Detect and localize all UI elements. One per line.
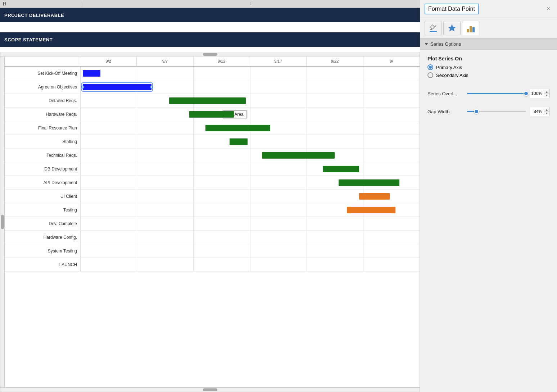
section-header: Series Options <box>420 38 557 50</box>
series-overlap-track[interactable] <box>467 93 526 94</box>
bar-cell[interactable] <box>80 231 420 244</box>
bar-cell[interactable] <box>80 244 420 257</box>
top-scroll-handle[interactable] <box>0 52 420 56</box>
gantt-bar-green[interactable] <box>230 138 247 145</box>
plot-series-group: Plot Series On Primary Axis Secondary Ax… <box>427 56 550 80</box>
gantt-bar-green[interactable] <box>323 166 359 172</box>
grid-line <box>80 121 81 135</box>
gantt-bar-green[interactable] <box>205 125 270 131</box>
bar-cell[interactable] <box>80 258 420 271</box>
tab-fill[interactable] <box>425 21 442 35</box>
bar-cell[interactable] <box>80 121 420 135</box>
grid-line <box>307 176 307 189</box>
grid-line <box>193 217 194 230</box>
bar-cell[interactable] <box>80 149 420 162</box>
gantt-bar-green[interactable] <box>189 111 234 118</box>
grid-line <box>307 80 307 94</box>
bar-cell[interactable] <box>80 203 420 216</box>
left-scroll-thumb[interactable] <box>1 215 4 229</box>
gap-width-decrement[interactable]: ▼ <box>544 112 549 115</box>
secondary-axis-radio[interactable] <box>427 72 433 78</box>
gantt-bar-green[interactable] <box>339 179 399 186</box>
gap-width-thumb[interactable] <box>474 109 479 114</box>
grid-line <box>250 231 250 244</box>
gantt-bar-blue[interactable] <box>83 84 151 90</box>
bar-cell[interactable] <box>80 176 420 189</box>
date-tick: 9/7 <box>137 56 193 66</box>
bar-cell[interactable] <box>80 80 420 94</box>
primary-axis-option[interactable]: Primary Axis <box>427 64 550 70</box>
empty-row-2 <box>0 47 420 52</box>
gantt-bar-green[interactable] <box>262 152 335 159</box>
bar-handle-right[interactable] <box>150 86 153 88</box>
gantt-bar-orange[interactable] <box>359 193 390 200</box>
bottom-scroll-thumb[interactable] <box>203 388 217 391</box>
grid-line <box>80 244 81 257</box>
grid-line <box>363 67 363 80</box>
gantt-bar-green[interactable] <box>169 97 246 104</box>
grid-line <box>363 244 363 257</box>
gantt-row[interactable]: System Testing <box>5 244 420 258</box>
grid-line <box>193 135 194 148</box>
collapse-icon[interactable] <box>425 43 428 45</box>
grid-line <box>137 162 137 176</box>
bar-cell[interactable] <box>80 67 420 80</box>
panel-title: Format Data Point <box>425 4 479 14</box>
gantt-row[interactable]: Hardware Reqs.Plot Area <box>5 108 420 121</box>
primary-axis-radio[interactable] <box>427 64 433 70</box>
gantt-bar-orange[interactable] <box>347 207 395 213</box>
bar-cell[interactable] <box>80 190 420 203</box>
gantt-row[interactable]: Hardware Config. <box>5 231 420 244</box>
gantt-row[interactable]: Technical Reqs. <box>5 149 420 162</box>
bar-cell[interactable] <box>80 162 420 176</box>
gantt-row[interactable]: Final Resource Plan <box>5 121 420 135</box>
grid-line <box>137 176 137 189</box>
gantt-row[interactable]: LAUNCH <box>5 258 420 272</box>
project-deliverable-header: PROJECT DELIVERABLE <box>0 8 420 22</box>
gantt-row[interactable]: Detailed Reqs. <box>5 94 420 108</box>
gap-width-track[interactable] <box>467 111 526 112</box>
grid-line <box>137 121 137 135</box>
grid-line <box>137 244 137 257</box>
grid-line <box>250 80 250 94</box>
task-label: Agree on Objectives <box>5 80 80 94</box>
gantt-row[interactable]: UI Client <box>5 190 420 203</box>
tab-effects[interactable] <box>443 21 461 35</box>
series-overlap-decrement[interactable]: ▼ <box>544 94 549 97</box>
gantt-row[interactable]: Dev. Complete <box>5 217 420 231</box>
gap-width-increment[interactable]: ▲ <box>544 108 549 112</box>
grid-line <box>137 135 137 148</box>
grid-line <box>80 149 81 162</box>
bar-handle-left[interactable] <box>81 86 84 88</box>
left-scroll-handle[interactable] <box>0 56 5 387</box>
col-header-i: I <box>82 1 420 6</box>
task-label: System Testing <box>5 244 80 257</box>
gantt-row[interactable]: Staffing <box>5 135 420 149</box>
grid-line <box>307 162 307 176</box>
bar-cell[interactable] <box>80 94 420 107</box>
series-overlap-increment[interactable]: ▲ <box>544 90 549 94</box>
top-scroll-thumb[interactable] <box>203 53 217 56</box>
bar-cell[interactable]: Plot Area <box>80 108 420 121</box>
grid-line <box>363 258 363 271</box>
series-overlap-thumb[interactable] <box>524 91 529 96</box>
bottom-scroll-handle[interactable] <box>0 387 420 392</box>
grid-line <box>193 67 194 80</box>
tab-series-options[interactable] <box>462 21 479 35</box>
series-overlap-value: 100% <box>530 91 544 96</box>
gantt-chart[interactable]: 9/29/79/129/179/229/ Set Kick-Off Meetin… <box>0 52 420 392</box>
bar-cell[interactable] <box>80 217 420 230</box>
gantt-bar-blue[interactable] <box>83 70 100 77</box>
bar-cell[interactable] <box>80 135 420 148</box>
task-label: LAUNCH <box>5 258 80 271</box>
gantt-row[interactable]: Testing <box>5 203 420 217</box>
gantt-row[interactable]: API Development <box>5 176 420 190</box>
close-button[interactable]: × <box>544 5 553 13</box>
gantt-row[interactable]: Agree on Objectives <box>5 80 420 94</box>
grid-line <box>137 231 137 244</box>
secondary-axis-option[interactable]: Secondary Axis <box>427 72 550 78</box>
gantt-row[interactable]: Set Kick-Off Meeting <box>5 67 420 80</box>
gantt-row[interactable]: DB Development <box>5 162 420 176</box>
panel-header: Format Data Point × <box>420 0 557 18</box>
grid-line <box>137 94 137 107</box>
